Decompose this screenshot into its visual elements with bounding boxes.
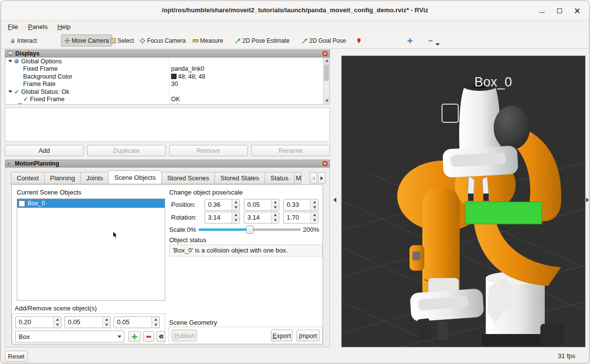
import-button[interactable]: Import — [296, 330, 320, 341]
panel-close-icon[interactable] — [323, 161, 327, 166]
expander-icon[interactable] — [8, 90, 12, 93]
spin-down[interactable] — [232, 218, 239, 224]
tree-scrollbar[interactable] — [323, 57, 329, 104]
dimension-y-spinbox[interactable]: 0.05 — [64, 316, 111, 328]
spin-down[interactable] — [311, 218, 318, 224]
position-z-spinbox[interactable]: 0.33 — [283, 199, 319, 211]
tool-measure[interactable]: Measure — [190, 34, 226, 47]
spin-up[interactable] — [232, 199, 239, 205]
spin-up[interactable] — [232, 212, 239, 218]
spin-up[interactable] — [103, 317, 110, 323]
tool-2d-pose-estimate[interactable]: 2D Pose Estimate — [232, 34, 293, 47]
publish-button[interactable]: Publish — [172, 330, 197, 341]
menu-file[interactable]: File — [8, 23, 18, 30]
position-y-spinbox[interactable]: 0.05 — [244, 199, 279, 211]
tool-publish-point[interactable] — [353, 34, 365, 47]
spin-down[interactable] — [271, 205, 279, 211]
rotation-x-spinbox[interactable]: 3.14 — [205, 212, 240, 224]
tab-status[interactable]: Status — [265, 172, 295, 184]
rotation-z-spinbox[interactable]: 1.70 — [283, 212, 319, 224]
tool-dropdown-caret[interactable] — [436, 43, 440, 46]
object-checkbox[interactable] — [19, 200, 25, 207]
remove-tool-button[interactable] — [425, 34, 437, 47]
export-button[interactable]: Export — [271, 330, 293, 341]
spin-up[interactable] — [271, 212, 279, 218]
scale-slider[interactable] — [199, 228, 301, 231]
collision-box-object[interactable] — [465, 202, 542, 224]
tab-stored-scenes[interactable]: Stored Scenes — [161, 172, 215, 184]
tab-scroll-left[interactable] — [310, 172, 317, 184]
scene-geometry-group: Publish Export Import — [169, 327, 323, 344]
scrollbar-thumb[interactable] — [324, 64, 329, 81]
tab-scene-objects[interactable]: Scene Objects — [108, 170, 162, 184]
spin-up[interactable] — [311, 199, 318, 205]
tab-joints[interactable]: Joints — [80, 172, 109, 184]
maximize-button[interactable] — [555, 6, 564, 16]
remove-display-button[interactable]: Remove — [169, 145, 248, 156]
spin-down[interactable] — [103, 323, 110, 328]
panel-close-icon[interactable] — [323, 51, 327, 56]
tree-row-global-options[interactable]: Global Options — [5, 57, 329, 65]
tab-stored-states[interactable]: Stored States — [214, 172, 265, 184]
tool-2d-goal-pose[interactable]: 2D Goal Pose — [299, 34, 349, 47]
move-camera-icon — [64, 38, 70, 44]
displays-tree[interactable]: Global Options Fixed Frame panda_link0 B… — [5, 57, 330, 105]
spin-down[interactable] — [232, 205, 239, 211]
spin-up[interactable] — [152, 317, 159, 323]
frame-rate-value[interactable]: 30 — [171, 81, 178, 87]
tab-scroll-right[interactable] — [318, 172, 325, 184]
spin-up[interactable] — [54, 317, 61, 323]
scale-min-label: Scale:0% — [169, 226, 196, 233]
close-button[interactable] — [572, 6, 582, 16]
status-ok-value: OK — [171, 96, 180, 103]
render-viewport-3d[interactable]: Box_0 — [341, 56, 586, 347]
scene-objects-list[interactable]: Box_0 — [17, 198, 165, 301]
spin-up[interactable] — [271, 199, 279, 205]
spin-down[interactable] — [54, 323, 61, 328]
rename-display-button[interactable]: Rename — [251, 145, 330, 156]
position-x-spinbox[interactable]: 0.36 — [205, 199, 240, 211]
scroll-down-arrow[interactable] — [324, 98, 330, 104]
add-object-button[interactable] — [128, 331, 141, 342]
tree-row-frame-rate[interactable]: Frame Rate 30 — [5, 81, 329, 88]
red-minus-icon — [146, 334, 151, 339]
tab-context[interactable]: Context — [11, 172, 45, 184]
shape-selector-dropdown[interactable]: Box — [15, 331, 124, 342]
dimension-z-spinbox[interactable]: 0.05 — [114, 316, 160, 328]
tree-row-global-status[interactable]: ✓ Global Status: Ok — [5, 88, 329, 96]
spin-down[interactable] — [271, 218, 279, 224]
spin-up[interactable] — [311, 212, 318, 218]
tool-focus-camera[interactable]: Focus Camera — [137, 34, 189, 47]
tool-move-camera[interactable]: Move Camera — [61, 34, 112, 47]
fixed-frame-value[interactable]: panda_link0 — [171, 65, 204, 72]
tool-interact[interactable]: Interact — [7, 34, 40, 47]
duplicate-display-button[interactable]: Duplicate — [87, 145, 166, 156]
tab-manipulation-partial[interactable]: M — [294, 172, 301, 184]
dimension-x-spinbox[interactable]: 0.20 — [15, 316, 61, 328]
add-tool-button[interactable] — [404, 34, 416, 47]
list-item-box0[interactable]: Box_0 — [17, 199, 165, 208]
displays-panel-header[interactable]: Displays — [5, 50, 330, 57]
menu-panels[interactable]: Panels — [28, 23, 48, 30]
tab-planning[interactable]: Planning — [44, 172, 81, 184]
clear-objects-button[interactable] — [156, 331, 165, 342]
minimize-button[interactable] — [537, 6, 547, 16]
collapse-right-panel-arrow[interactable] — [586, 197, 589, 202]
motion-planning-panel-header[interactable]: MotionPlanning — [5, 160, 330, 168]
tree-row-status-fixed-frame[interactable]: ✓ Fixed Frame OK — [5, 96, 329, 104]
reset-button[interactable]: Reset — [5, 351, 28, 362]
titlebar: /opt/ros/humble/share/moveit2_tutorials/… — [1, 1, 589, 21]
tree-row-fixed-frame[interactable]: Fixed Frame panda_link0 — [5, 65, 329, 73]
tool-select[interactable]: Select — [107, 34, 137, 47]
menu-help[interactable]: Help — [58, 23, 71, 30]
collapse-left-panel-arrow[interactable] — [333, 197, 336, 202]
add-display-button[interactable]: Add — [5, 145, 84, 156]
spin-down[interactable] — [152, 323, 159, 328]
remove-object-button[interactable] — [143, 331, 154, 342]
tree-row-background-color[interactable]: Background Color 48; 48; 48 — [5, 73, 329, 81]
expander-icon[interactable] — [8, 60, 12, 62]
rotation-y-spinbox[interactable]: 3.14 — [244, 212, 279, 224]
scale-slider-handle[interactable] — [246, 225, 254, 234]
spin-down[interactable] — [311, 205, 318, 211]
scroll-up-arrow[interactable] — [324, 57, 330, 64]
